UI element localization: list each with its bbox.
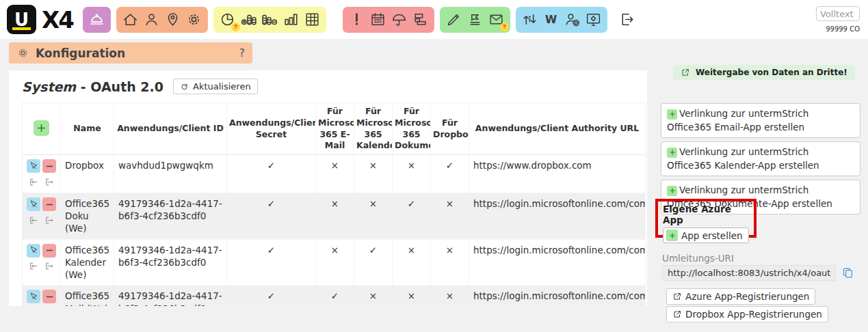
azure-app-registrations-button[interactable]: Azure App-Registrierungen — [666, 288, 815, 305]
logo-x4: X4 — [42, 6, 73, 33]
refresh-button[interactable]: Aktualisieren — [173, 79, 258, 94]
col-name: Name — [61, 103, 114, 155]
cell-secret-flag: ✓ — [227, 239, 316, 286]
office365-link-buttons: Verlinkung zur untermStrich Office365 Em… — [661, 103, 860, 215]
section-header: System - OAuth 2.0 Aktualisieren — [16, 77, 640, 94]
export-row-button[interactable] — [42, 260, 56, 273]
import-row-button[interactable] — [27, 213, 40, 227]
user-admin-button[interactable] — [562, 8, 583, 31]
cell-secret-flag: ✓ — [227, 286, 316, 306]
delete-row-button[interactable] — [42, 197, 56, 211]
annotation-highlight-box: Eigene Azure App App erstellen — [655, 199, 757, 238]
redirect-uri-field[interactable] — [662, 265, 836, 281]
toolbar-group-service — [83, 7, 111, 33]
select-row-button[interactable] — [27, 244, 40, 258]
import-row-button[interactable] — [27, 260, 40, 273]
cell-dokumente-flag: × — [393, 155, 431, 193]
plus-icon — [666, 230, 678, 241]
export-row-button[interactable] — [42, 175, 56, 189]
toolbar-group-session — [613, 7, 641, 33]
income-button[interactable] — [238, 8, 259, 31]
flag-lines-icon — [466, 11, 484, 28]
select-row-button[interactable] — [27, 290, 40, 303]
oauth-clients-table: Name Anwendungs/Client ID Anwendungs/Cli… — [22, 102, 646, 306]
create-azure-app-button[interactable]: App erstellen — [663, 227, 749, 243]
cell-name: Office365 Doku (We) — [61, 193, 114, 240]
cell-kalender-flag: × — [354, 193, 393, 240]
delete-row-button[interactable] — [42, 159, 56, 173]
section-title-oauth: - OAuth 2.0 — [76, 79, 163, 94]
export-row-button[interactable] — [42, 213, 56, 227]
import-row-button[interactable] — [27, 305, 40, 306]
copy-uri-button[interactable] — [841, 266, 854, 280]
dropbox-app-registrations-label: Dropbox App-Registrierungen — [685, 309, 822, 320]
tasks-button[interactable] — [346, 8, 367, 31]
home-button[interactable] — [120, 8, 141, 31]
select-row-button[interactable] — [27, 159, 40, 173]
edit-button[interactable] — [443, 8, 464, 31]
create-azure-app-label: App erstellen — [681, 230, 743, 241]
data-sharing-notice-button[interactable]: Weitergabe von Daten an Dritte! — [673, 65, 855, 80]
page-title-bar: Konfiguration ? — [9, 42, 252, 64]
settings-button[interactable] — [183, 8, 205, 31]
create-office365-kalender-app-button[interactable]: Verlinkung zur untermStrich Office365 Ka… — [661, 141, 860, 176]
word-button[interactable] — [540, 8, 562, 31]
cloche-icon — [88, 11, 105, 28]
expenses-button[interactable] — [259, 8, 280, 31]
select-row-button[interactable] — [27, 197, 40, 211]
cell-client-id: wavhdud1pwgwqkm — [114, 155, 227, 193]
sort-button[interactable] — [519, 8, 540, 31]
page-title: Konfiguration — [36, 46, 125, 60]
planning-button[interactable] — [410, 8, 431, 31]
cell-name: Office365 Kalender (We) — [61, 239, 114, 286]
help-link[interactable]: ? — [239, 46, 246, 59]
cell-authority-url: https://login.microsoftonline.com/common — [469, 193, 646, 240]
spreadsheet-button[interactable] — [302, 8, 323, 31]
reports-button[interactable] — [464, 8, 486, 31]
contacts-button[interactable] — [141, 8, 162, 31]
fulltext-search-input[interactable] — [816, 6, 860, 21]
top-toolbar: U X4 ? ? — [0, 0, 868, 39]
cell-kalender-flag: × — [354, 155, 393, 193]
user-gear-icon — [564, 11, 581, 28]
data-sharing-notice-label: Weitergabe von Daten an Dritte! — [696, 68, 847, 77]
absence-button[interactable] — [389, 8, 410, 31]
import-icon — [29, 177, 39, 187]
logout-button[interactable] — [616, 8, 637, 31]
home-icon — [122, 11, 139, 28]
cell-dokumente-flag: × — [393, 239, 431, 286]
toolbar-group-finance: ? — [213, 7, 326, 33]
topbar-right: 99999 CO — [816, 6, 861, 33]
import-row-button[interactable] — [27, 175, 40, 189]
user-icon — [143, 11, 160, 28]
cell-name: Office365 Mail (We) — [61, 286, 114, 306]
statistics-button[interactable]: ? — [217, 8, 238, 31]
cursor-icon — [29, 292, 39, 302]
refresh-icon — [180, 82, 189, 91]
service-menu-button[interactable] — [86, 8, 107, 31]
cell-email-flag: × — [316, 155, 354, 193]
chart-button[interactable] — [280, 8, 302, 31]
coins-minus-icon — [261, 11, 278, 28]
delete-row-button[interactable] — [42, 244, 56, 258]
cell-email-flag: × — [316, 239, 354, 286]
addresses-button[interactable] — [162, 8, 183, 31]
location-pin-icon — [164, 11, 181, 28]
toolbar-group-communication: ? — [440, 7, 510, 33]
add-entry-button[interactable] — [34, 120, 49, 136]
col-m365-kalender: Für Microsoft 365 Kalender — [354, 103, 393, 155]
delete-row-button[interactable] — [42, 290, 56, 303]
exclamation-icon — [348, 11, 365, 28]
remote-desktop-button[interactable] — [583, 8, 604, 31]
cell-authority-url: https://login.microsoftonline.com/common — [469, 286, 646, 306]
export-row-button[interactable] — [42, 305, 56, 306]
minus-icon — [44, 161, 55, 171]
create-office365-email-app-button[interactable]: Verlinkung zur untermStrich Office365 Em… — [661, 103, 860, 138]
minus-icon — [44, 245, 55, 255]
col-client-secret: Anwendungs/Client Secret — [227, 103, 316, 155]
dropbox-app-registrations-button[interactable]: Dropbox App-Registrierungen — [666, 306, 828, 322]
calendar-button[interactable] — [367, 8, 389, 31]
cursor-icon — [29, 161, 39, 171]
external-link-icon — [672, 292, 682, 301]
mail-button[interactable]: ? — [486, 8, 507, 31]
